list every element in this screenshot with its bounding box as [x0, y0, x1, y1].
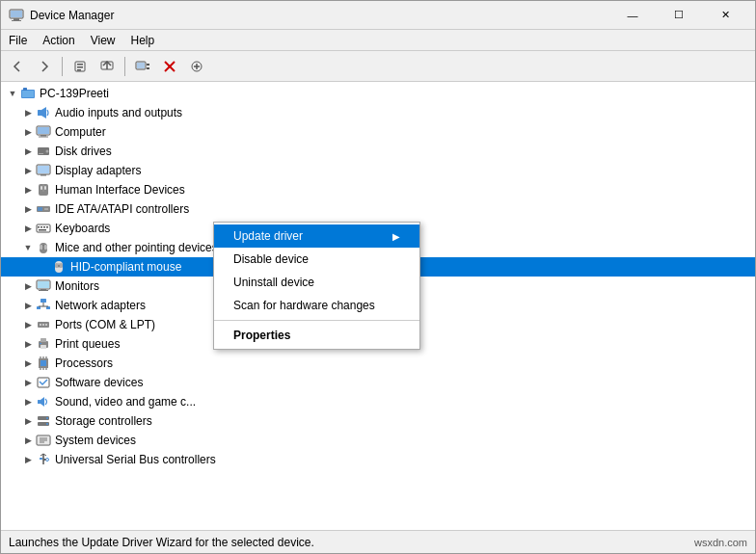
keyboards-label: Keyboards	[55, 222, 110, 235]
root-icon	[20, 86, 36, 101]
svg-rect-95	[40, 458, 42, 460]
monitors-icon	[36, 278, 51, 294]
tree-item-disk[interactable]: ▶ Disk drives	[1, 142, 755, 161]
close-button[interactable]: ✕	[703, 5, 747, 26]
software-expander[interactable]: ▶	[20, 375, 36, 390]
toolbar-sep-2	[124, 57, 125, 76]
svg-rect-48	[40, 245, 43, 250]
ctx-uninstall-device[interactable]: Uninstall device	[214, 271, 419, 294]
mice-expander[interactable]: ▼	[20, 240, 36, 255]
svg-rect-73	[40, 343, 41, 344]
audio-expander[interactable]: ▶	[20, 105, 36, 120]
update-button[interactable]	[94, 55, 120, 78]
svg-rect-36	[44, 186, 46, 190]
display-icon	[36, 163, 51, 178]
tree-item-display[interactable]: ▶ Display adapters	[1, 161, 755, 180]
print-expander[interactable]: ▶	[20, 336, 36, 352]
ctx-update-driver[interactable]: Update driver ▶	[214, 224, 419, 248]
tree-item-usb[interactable]: ▶ Universal Serial Bus controllers	[1, 450, 755, 469]
svg-rect-40	[44, 208, 48, 210]
root-label: PC-139Preeti	[40, 87, 109, 100]
usb-expander[interactable]: ▶	[20, 452, 36, 467]
keyboards-expander[interactable]: ▶	[20, 221, 36, 236]
ctx-properties-label: Properties	[233, 329, 290, 342]
hid-expander[interactable]: ▶	[20, 182, 36, 198]
sound-icon	[36, 394, 51, 409]
tree-item-audio[interactable]: ▶ Audio inputs and outputs	[1, 103, 755, 122]
back-button[interactable]	[5, 55, 30, 78]
menu-view[interactable]: View	[83, 30, 123, 50]
svg-rect-57	[38, 281, 49, 288]
tree-item-processors[interactable]: ▶ Processors	[1, 354, 755, 373]
root-expander[interactable]: ▼	[5, 86, 20, 101]
network-expander[interactable]: ▶	[20, 298, 36, 313]
svg-rect-39	[38, 207, 42, 211]
svg-rect-59	[39, 290, 48, 291]
forward-button[interactable]	[32, 55, 57, 78]
usb-icon	[36, 452, 51, 467]
menu-action[interactable]: Action	[35, 30, 82, 50]
svg-rect-5	[77, 64, 83, 66]
tree-item-software[interactable]: ▶ Software devices	[1, 373, 755, 392]
print-label: Print queues	[55, 337, 120, 351]
toolbar	[1, 51, 755, 82]
computer-expander[interactable]: ▶	[20, 124, 36, 140]
scan-button[interactable]	[130, 55, 155, 78]
ctx-scan-hardware[interactable]: Scan for hardware changes	[214, 294, 419, 317]
tree-item-storage[interactable]: ▶ Storage controllers	[1, 411, 755, 431]
toolbar-sep-1	[62, 57, 63, 76]
display-label: Display adapters	[55, 164, 141, 177]
tree-item-sound[interactable]: ▶ Sound, video and game c...	[1, 392, 755, 411]
storage-icon	[36, 413, 51, 429]
svg-point-67	[40, 324, 41, 326]
storage-expander[interactable]: ▶	[20, 413, 36, 429]
context-menu: Update driver ▶ Disable device Uninstall…	[213, 222, 420, 350]
svg-rect-27	[39, 137, 48, 138]
svg-rect-60	[40, 299, 46, 303]
delete-button[interactable]	[157, 55, 182, 78]
tree-item-ide[interactable]: ▶ IDE ATA/ATAPI controllers	[1, 199, 755, 219]
svg-rect-58	[40, 289, 46, 290]
status-brand: wsxdn.com	[694, 537, 747, 548]
minimize-button[interactable]: —	[610, 5, 655, 26]
ctx-properties[interactable]: Properties	[214, 324, 419, 347]
maximize-button[interactable]: ☐	[657, 5, 701, 26]
processors-label: Processors	[55, 356, 113, 370]
svg-point-87	[46, 417, 48, 419]
add-button[interactable]	[184, 55, 209, 78]
svg-rect-21	[22, 91, 34, 97]
svg-point-88	[46, 423, 48, 425]
svg-rect-52	[55, 263, 59, 268]
ide-expander[interactable]: ▶	[20, 201, 36, 217]
ports-expander[interactable]: ▶	[20, 317, 36, 332]
svg-point-68	[42, 324, 44, 326]
disk-icon	[36, 144, 51, 159]
ctx-separator	[214, 320, 419, 321]
processors-expander[interactable]: ▶	[20, 356, 36, 371]
properties-button[interactable]	[68, 55, 93, 78]
title-bar-left: Device Manager	[9, 8, 114, 23]
svg-rect-22	[38, 110, 41, 116]
sound-expander[interactable]: ▶	[20, 394, 36, 409]
menu-file[interactable]: File	[1, 30, 35, 50]
window-title: Device Manager	[30, 9, 114, 22]
disk-label: Disk drives	[55, 145, 112, 158]
svg-rect-41	[37, 224, 50, 232]
menu-help[interactable]: Help	[123, 30, 163, 50]
tree-item-hid[interactable]: ▶ Human Interface Devices	[1, 180, 755, 199]
monitors-expander[interactable]: ▶	[20, 278, 36, 294]
system-expander[interactable]: ▶	[20, 433, 36, 448]
tree-item-system[interactable]: ▶ System devices	[1, 431, 755, 450]
ctx-disable-device[interactable]: Disable device	[214, 248, 419, 271]
disk-expander[interactable]: ▶	[20, 144, 36, 159]
svg-rect-30	[39, 153, 43, 154]
ctx-disable-label: Disable device	[233, 252, 309, 266]
storage-label: Storage controllers	[55, 414, 152, 428]
display-expander[interactable]: ▶	[20, 163, 36, 178]
tree-item-computer[interactable]: ▶ Computer	[1, 122, 755, 142]
svg-rect-72	[40, 345, 46, 349]
svg-rect-26	[40, 135, 46, 137]
cpu-icon	[36, 356, 51, 371]
svg-rect-83	[38, 400, 40, 404]
tree-root[interactable]: ▼ PC-139Preeti	[1, 84, 755, 103]
